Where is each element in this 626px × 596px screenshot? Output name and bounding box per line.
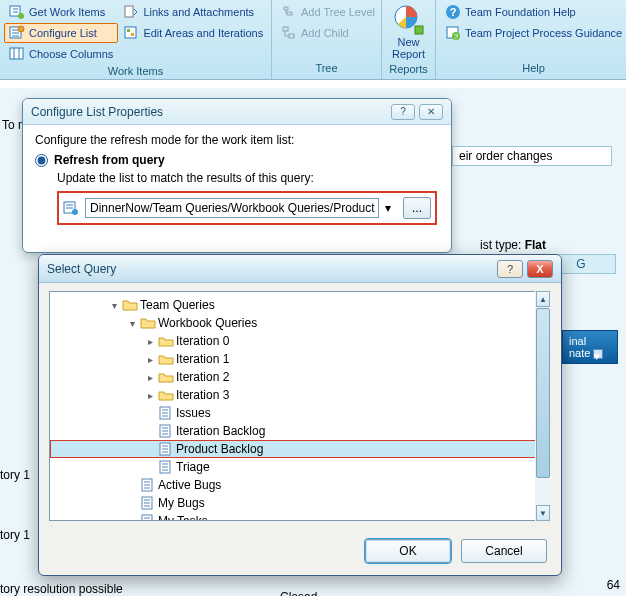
svg-point-19 xyxy=(72,209,78,215)
add-child-button[interactable]: Add Child xyxy=(276,23,380,43)
svg-rect-6 xyxy=(125,27,136,38)
query-item-icon xyxy=(158,423,174,439)
ok-button[interactable]: OK xyxy=(365,539,451,563)
tree-node-triage[interactable]: Triage xyxy=(50,458,550,476)
report-icon xyxy=(393,4,425,36)
query-item-icon xyxy=(158,405,174,421)
collapse-icon[interactable]: ▾ xyxy=(108,300,120,311)
expand-icon[interactable]: ▸ xyxy=(144,336,156,347)
links-attachments-label: Links and Attachments xyxy=(143,6,254,18)
choose-columns-label: Choose Columns xyxy=(29,48,113,60)
table-header-partial-1: inalnate ▾ xyxy=(562,330,618,364)
tree-node-issues[interactable]: Issues xyxy=(50,404,550,422)
new-report-button[interactable]: New Report xyxy=(386,2,431,62)
cell-64: 64 xyxy=(607,578,620,592)
folder-icon xyxy=(158,369,174,385)
expand-icon[interactable]: ▸ xyxy=(144,372,156,383)
collapse-icon[interactable]: ▾ xyxy=(126,318,138,329)
help-icon: ? xyxy=(445,4,461,20)
add-child-label: Add Child xyxy=(301,27,349,39)
dialog1-close-button[interactable]: ✕ xyxy=(419,104,443,120)
edit-areas-label: Edit Areas and Iterations xyxy=(143,27,263,39)
svg-point-1 xyxy=(18,13,24,19)
svg-rect-8 xyxy=(131,33,134,36)
links-icon xyxy=(123,4,139,20)
ribbon: Get Work Items Configure List Choose Col… xyxy=(0,0,626,80)
svg-rect-10 xyxy=(289,34,294,38)
svg-text:?: ? xyxy=(450,6,457,18)
dialog1-intro: Configure the refresh mode for the work … xyxy=(35,133,439,147)
scroll-up-button[interactable]: ▲ xyxy=(536,291,550,307)
svg-rect-5 xyxy=(125,6,133,17)
expand-icon[interactable]: ▸ xyxy=(144,354,156,365)
configure-list-label: Configure List xyxy=(29,27,97,39)
query-item-icon xyxy=(140,495,156,511)
dialog2-help-button[interactable]: ? xyxy=(497,260,523,278)
ribbon-group-tree: Add Tree Level Add Child Tree xyxy=(272,0,382,79)
edit-areas-icon xyxy=(123,25,139,41)
dropdown-icon[interactable]: ▾ xyxy=(385,201,397,215)
ribbon-group-label-tree: Tree xyxy=(276,61,377,76)
get-work-items-button[interactable]: Get Work Items xyxy=(4,2,118,22)
dialog1-titlebar[interactable]: Configure List Properties ? ✕ xyxy=(23,99,451,125)
refresh-from-query-label: Refresh from query xyxy=(54,153,165,167)
foundation-help-label: Team Foundation Help xyxy=(465,6,576,18)
row-text: tory 1 xyxy=(0,528,30,542)
ribbon-group-label-reports: Reports xyxy=(386,62,431,77)
team-foundation-help-button[interactable]: ? Team Foundation Help xyxy=(440,2,626,22)
process-guidance-label: Team Project Process Guidance xyxy=(465,27,622,39)
tree-node-iteration-0[interactable]: ▸ Iteration 0 xyxy=(50,332,550,350)
browse-query-button[interactable]: ... xyxy=(403,197,431,219)
svg-rect-7 xyxy=(127,29,130,32)
tree-node-iteration-2[interactable]: ▸ Iteration 2 xyxy=(50,368,550,386)
process-guidance-button[interactable]: ? Team Project Process Guidance xyxy=(440,23,626,43)
cancel-button[interactable]: Cancel xyxy=(461,539,547,563)
tree-level-icon xyxy=(281,4,297,20)
get-work-items-label: Get Work Items xyxy=(29,6,105,18)
add-tree-level-label: Add Tree Level xyxy=(301,6,375,18)
tree-node-workbook-queries[interactable]: ▾ Workbook Queries xyxy=(50,314,550,332)
folder-open-icon xyxy=(140,315,156,331)
tree-node-iteration-backlog[interactable]: Iteration Backlog xyxy=(50,422,550,440)
ribbon-group-work-items: Get Work Items Configure List Choose Col… xyxy=(0,0,272,79)
row-text: tory 1 xyxy=(0,468,30,482)
query-item-icon xyxy=(158,441,174,457)
tree-node-my-tasks[interactable]: My Tasks xyxy=(50,512,550,520)
choose-columns-button[interactable]: Choose Columns xyxy=(4,44,118,64)
query-path-input[interactable]: DinnerNow/Team Queries/Workbook Queries/… xyxy=(85,198,379,218)
svg-point-3 xyxy=(18,26,24,32)
tree-node-iteration-3[interactable]: ▸ Iteration 3 xyxy=(50,386,550,404)
tree-node-my-bugs[interactable]: My Bugs xyxy=(50,494,550,512)
configure-list-button[interactable]: Configure List xyxy=(4,23,118,43)
svg-rect-12 xyxy=(415,26,423,34)
ribbon-group-reports: New Report Reports xyxy=(382,0,436,79)
dialog1-title: Configure List Properties xyxy=(31,105,387,119)
tree-node-team-queries[interactable]: ▾ Team Queries xyxy=(50,296,550,314)
tree-node-active-bugs[interactable]: Active Bugs xyxy=(50,476,550,494)
refresh-from-query-radio[interactable] xyxy=(35,154,48,167)
select-query-dialog: Select Query ? X ▾ Team Queries ▾ Workbo… xyxy=(38,254,562,576)
guidance-icon: ? xyxy=(445,25,461,41)
dialog1-subtext: Update the list to match the results of … xyxy=(57,171,439,185)
tree-node-product-backlog[interactable]: Product Backlog xyxy=(50,440,550,458)
add-child-icon xyxy=(281,25,297,41)
links-attachments-button[interactable]: Links and Attachments xyxy=(118,2,268,22)
tree-scrollbar[interactable]: ▲ ▼ xyxy=(535,291,551,521)
dialog2-title: Select Query xyxy=(47,262,493,276)
svg-rect-9 xyxy=(283,27,288,31)
add-tree-level-button[interactable]: Add Tree Level xyxy=(276,2,380,22)
ribbon-group-label-help: Help xyxy=(440,61,626,76)
folder-open-icon xyxy=(122,297,138,313)
dialog2-titlebar[interactable]: Select Query ? X xyxy=(39,255,561,283)
query-item-icon xyxy=(140,477,156,493)
configure-list-properties-dialog: Configure List Properties ? ✕ Configure … xyxy=(22,98,452,253)
cell-closed: Closed xyxy=(280,590,317,596)
scroll-thumb[interactable] xyxy=(536,308,550,478)
new-report-label: New Report xyxy=(392,36,425,60)
dialog1-help-button[interactable]: ? xyxy=(391,104,415,120)
scroll-down-button[interactable]: ▼ xyxy=(536,505,550,521)
tree-node-iteration-1[interactable]: ▸ Iteration 1 xyxy=(50,350,550,368)
edit-areas-button[interactable]: Edit Areas and Iterations xyxy=(118,23,268,43)
dialog2-close-button[interactable]: X xyxy=(527,260,553,278)
expand-icon[interactable]: ▸ xyxy=(144,390,156,401)
